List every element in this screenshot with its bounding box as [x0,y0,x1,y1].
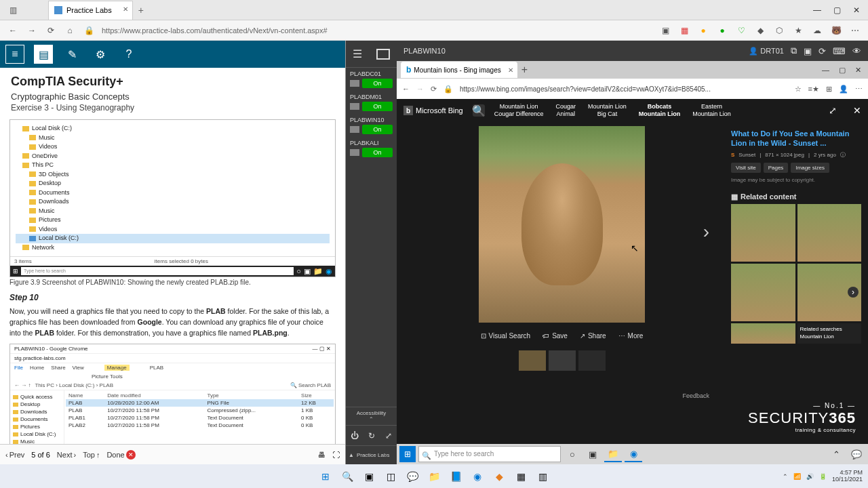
vm-item[interactable]: PLABKALIOn [346,137,397,160]
image-title[interactable]: What to Do if You See a Mountain Lion in… [731,129,861,148]
ext-icon[interactable]: ☁ [811,24,823,37]
related-image[interactable] [731,204,795,262]
back-button[interactable]: ← [7,24,19,37]
volume-icon[interactable]: 🔊 [806,473,814,480]
ext-icon[interactable]: ● [716,24,728,37]
tray-chevron[interactable]: ⌃ [783,473,788,480]
explorer-icon[interactable]: 📁 [604,446,622,462]
profile-icon[interactable]: 👤 [839,85,848,94]
app-icon[interactable]: 📘 [447,468,465,485]
close-icon[interactable]: ✕ [853,105,861,116]
help-icon[interactable]: ? [119,45,138,64]
related-image[interactable] [731,264,795,321]
close-tab-icon[interactable]: ✕ [123,5,128,13]
ext-icon[interactable]: 🐻 [830,24,842,37]
bing-logo[interactable]: bMicrosoft Bing [403,106,463,115]
search-icon[interactable]: 🔍 [338,468,356,485]
edge-icon[interactable]: ◉ [625,446,642,462]
vm-item[interactable]: PLABWIN10On [346,114,397,137]
visual-search-button[interactable]: ⊡ Visual Search [481,332,531,340]
edge-icon[interactable]: ◉ [469,468,486,485]
settings-icon[interactable]: ⚙ [91,45,110,64]
done-button[interactable]: Done ✕ [106,450,135,460]
prev-button[interactable]: ‹ Prev [5,451,24,459]
eye-icon[interactable]: 👁 [852,46,861,56]
category-pill[interactable]: Mountain LionCougar Difference [494,103,544,118]
reload-button[interactable]: ⟳ [45,24,57,37]
ext-icon[interactable]: ⬡ [773,24,785,37]
accessibility-label[interactable]: Accessibility⌃ [346,407,397,425]
new-tab-button[interactable]: + [521,64,528,76]
category-pill[interactable]: CougarAnimal [556,103,576,118]
thumbnail[interactable] [519,350,546,371]
start-button[interactable]: ⊞ [399,446,416,462]
search-icon[interactable]: 🔍 [473,104,485,117]
favorites-icon[interactable]: ≡★ [808,85,819,94]
more-button[interactable]: ⋯ More [618,332,644,340]
notes-icon[interactable]: ✎ [62,45,81,64]
notifications-icon[interactable]: 💬 [848,446,865,462]
info-button[interactable]: Image sizes [791,163,829,173]
start-button[interactable]: ⊞ [317,468,334,485]
minimize-button[interactable]: — [813,5,821,15]
next-button[interactable]: Next › [57,451,76,459]
app-icon[interactable]: ▦ [512,468,530,485]
info-button[interactable]: Pages [764,163,789,173]
fullscreen-icon[interactable]: ⤢ [829,105,837,116]
expand-icon[interactable]: ⛶ [332,451,340,459]
browser-tab[interactable]: Practice Labs ✕ [48,1,133,20]
taskview-icon[interactable]: ▣ [360,468,378,485]
taskbar-search[interactable]: Type here to search [418,446,561,462]
collections-icon[interactable]: ⊞ [826,85,832,94]
forward-button[interactable]: → [26,24,38,37]
info-button[interactable]: Visit site [731,163,761,173]
back-button[interactable]: ← [402,85,410,93]
vm-item[interactable]: PLABDM01On [346,91,397,114]
category-pill[interactable]: BobcatsMountain Lion [639,103,680,118]
ext-icon[interactable]: ♡ [735,24,747,37]
thumbnail-strip[interactable] [519,350,606,371]
main-image[interactable] [479,126,645,323]
category-pill[interactable]: Mountain LionBig Cat [588,103,627,118]
thumbnail[interactable] [549,350,576,371]
ext-icon[interactable]: ▦ [678,24,690,37]
menu-icon[interactable]: ≡ [5,45,24,64]
home-button[interactable]: ⌂ [64,24,76,37]
battery-icon[interactable]: 🔋 [819,473,827,480]
share-button[interactable]: ↗ Share [580,332,606,340]
related-image[interactable] [797,264,862,321]
close-button[interactable]: ✕ [853,5,860,15]
new-tab-button[interactable]: + [138,5,144,16]
screen-icon[interactable]: ▣ [804,46,812,56]
related-image[interactable] [797,204,862,262]
reload-button[interactable]: ⟳ [431,85,437,94]
fullscreen-icon[interactable] [376,49,390,60]
edge-tab[interactable]: b Mountain lions - Bing images ✕ [401,62,517,78]
close-tab-icon[interactable]: ✕ [508,66,513,74]
clock-date[interactable]: 10/11/2021 [832,476,863,483]
url-text[interactable]: https://www.practice-labs.com/authentica… [102,26,328,35]
keyboard-icon[interactable]: ⌨ [833,46,846,56]
ext-icon[interactable]: ◆ [754,24,766,37]
feedback-link[interactable]: Feedback [682,392,709,399]
menu-icon[interactable]: ⋯ [855,85,863,94]
close-button[interactable]: ✕ [855,66,861,75]
related-searches[interactable]: Related searchesMountain Lion [797,323,862,344]
explorer-icon[interactable]: 📁 [425,468,443,485]
expand-icon[interactable]: ⤢ [385,431,392,441]
wifi-icon[interactable]: 📶 [793,473,801,480]
cortana-icon[interactable]: ○ [564,446,581,462]
next-image-button[interactable]: › [703,221,709,243]
maximize-button[interactable]: ▢ [833,5,841,15]
hamburger-icon[interactable]: ☰ [353,47,362,60]
link-icon[interactable]: ⧉ [791,45,797,56]
app-icon[interactable]: ▥ [534,468,551,485]
refresh-icon[interactable]: ↻ [368,431,375,441]
star-icon[interactable]: ☆ [795,85,802,94]
ext-icon[interactable]: ▣ [659,24,671,37]
chat-icon[interactable]: 💬 [403,468,421,485]
category-pill[interactable]: EasternMountain Lion [692,103,731,118]
ext-icon[interactable]: ● [697,24,709,37]
vm-item[interactable]: PLABDC01On [346,68,397,91]
reload-icon[interactable]: ⟳ [818,46,826,56]
